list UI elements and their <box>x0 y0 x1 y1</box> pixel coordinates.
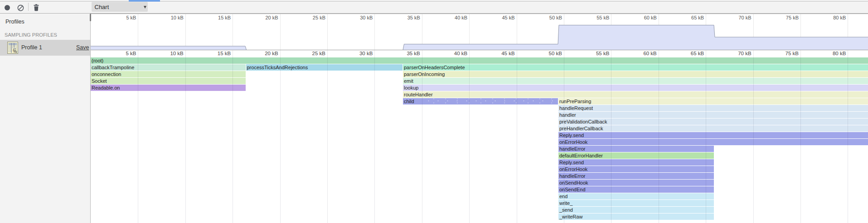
svg-text:%: % <box>13 49 17 54</box>
